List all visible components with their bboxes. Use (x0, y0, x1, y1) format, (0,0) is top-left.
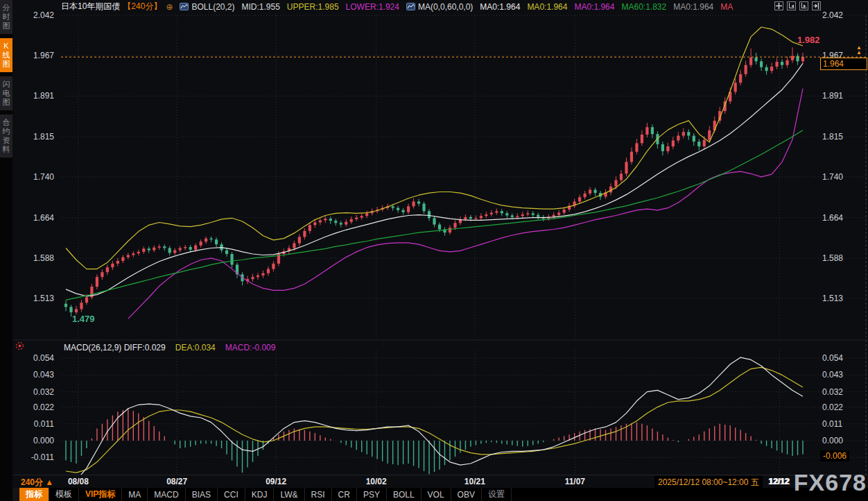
sidebar-tab-3[interactable]: 闪电图 (0, 76, 12, 110)
indicator-settings-icon[interactable] (15, 341, 24, 353)
date-label-6: 11/07 (565, 477, 585, 486)
boll-indicator-icon[interactable] (180, 3, 189, 10)
toolbar-item-15[interactable]: OBV (451, 488, 482, 501)
high-price-marker: 1.982 (797, 35, 820, 45)
toolbar-spacer (12, 488, 19, 501)
toolbar-item-10[interactable]: RSI (305, 488, 332, 501)
date-label-5: 10/21 (465, 477, 485, 486)
ma-values-group: MA0:1.964MA0:1.964MA0:1.964MA60:1.832MA0… (480, 2, 733, 12)
current-price-label: 1.964 (820, 58, 867, 70)
date-label-1: 08/08 (68, 477, 89, 486)
date-label-2: 08/27 (166, 477, 187, 486)
zoom-out-icon[interactable] (787, 1, 796, 10)
sidebar-tab-2[interactable]: K线图 (0, 38, 12, 72)
boll-mid-value: MID:1.955 (242, 2, 280, 12)
scroll-to-latest-icon[interactable]: ▲▲ (856, 45, 862, 55)
last-date-label: 12/12 (768, 477, 789, 486)
kline-chart-canvas[interactable] (0, 0, 868, 501)
date-label-3: 09/12 (266, 477, 286, 486)
ma-value-3: MA0:1.964 (574, 2, 614, 12)
boll-label: BOLL(20,2) (191, 2, 234, 12)
period-selector[interactable]: 240分 ▲ (21, 477, 53, 489)
chart-type-sidebar: 分时图K线图闪电图合约资料 (0, 0, 12, 501)
ma-value-6: MA (720, 2, 733, 12)
toolbar-item-4[interactable]: MA (122, 488, 148, 501)
toolbar-item-6[interactable]: BIAS (186, 488, 218, 501)
ma-params-label: MA(0,0,60,0,0) (418, 2, 473, 12)
pan-right-icon[interactable] (812, 1, 821, 10)
chart-toolbar-icons (774, 1, 821, 10)
toolbar-item-3[interactable]: VIP指标 (79, 488, 122, 501)
macd-header: MACD(26,12,9) DIFF:0.029 DEA:0.034 MACD:… (64, 343, 275, 353)
circled-plus-icon[interactable]: ⊕ (166, 2, 173, 12)
boll-lower-value: LOWER:1.924 (346, 2, 399, 12)
ma-value-2: MA0:1.964 (527, 2, 567, 12)
interval-label[interactable]: 【240分】 (123, 1, 162, 12)
macd-value: MACD:-0.009 (225, 343, 276, 353)
toolbar-item-16[interactable]: 设置 (482, 488, 512, 501)
toolbar-item-12[interactable]: PSY (357, 488, 387, 501)
sidebar-tab-4[interactable]: 合约资料 (0, 114, 12, 158)
ma-value-4: MA60:1.832 (621, 2, 666, 12)
toolbar-item-13[interactable]: BOLL (387, 488, 422, 501)
toolbar-item-8[interactable]: KDJ (245, 488, 275, 501)
toolbar-item-2[interactable]: 模板 (49, 488, 79, 501)
ma-value-1: MA0:1.964 (480, 2, 520, 12)
symbol-title: 日本10年期国债 (61, 1, 120, 12)
macd-group (66, 357, 803, 485)
indicator-toolbar: 指标模板VIP指标MAMACDBIASCCIKDJLW&RSICRPSYBOLL… (12, 488, 868, 501)
macd-dea-value: DEA:0.034 (175, 343, 216, 353)
macd-current-value-label: -0.006 (820, 450, 849, 461)
date-label-4: 10/02 (366, 477, 387, 486)
toolbar-item-11[interactable]: CR (332, 488, 357, 501)
macd-params-diff: MACD(26,12,9) DIFF:0.029 (64, 343, 166, 353)
candles-group (64, 27, 804, 319)
ma-indicator-icon[interactable] (406, 3, 415, 10)
toolbar-item-1[interactable]: 指标 (19, 488, 49, 501)
toolbar-item-5[interactable]: MACD (148, 488, 185, 501)
toolbar-item-14[interactable]: VOL (422, 488, 451, 501)
time-axis: 240分 ▲ 08/0808/2709/1210/0210/2111/0712/… (12, 475, 868, 489)
chart-header: 日本10年期国债 【240分】 ⊕ BOLL(20,2) MID:1.955 U… (61, 1, 733, 12)
zoom-in-icon[interactable] (799, 1, 808, 10)
toolbar-item-9[interactable]: LW& (274, 488, 304, 501)
low-price-marker: 1.479 (72, 314, 95, 324)
trading-terminal: 2.0422.0421.9671.9671.8911.8911.8151.815… (0, 0, 868, 501)
boll-upper-value: UPPER:1.985 (287, 2, 339, 12)
toolbar-item-7[interactable]: CCI (218, 488, 245, 501)
sidebar-tab-1[interactable]: 分时图 (0, 0, 12, 34)
ma-value-5: MA0:1.964 (673, 2, 713, 12)
move-chart-icon[interactable] (774, 1, 783, 10)
